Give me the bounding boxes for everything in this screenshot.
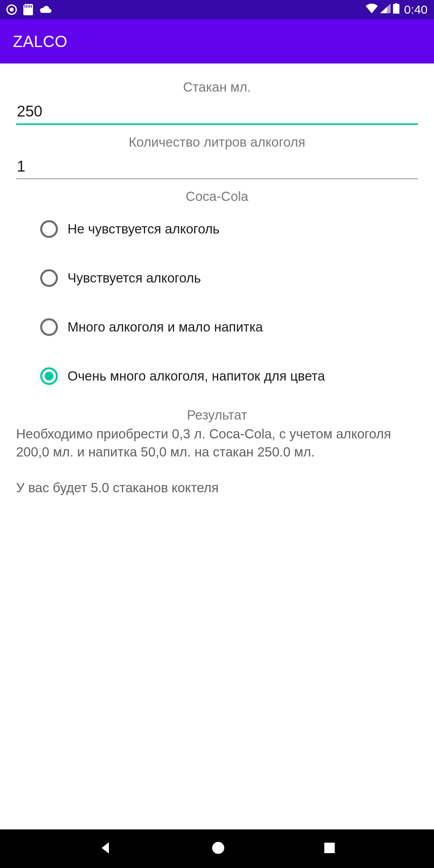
radio-option-0[interactable]: Не чувствуется алкоголь <box>40 220 394 238</box>
radio-option-3[interactable]: Очень много алкоголя, напиток для цвета <box>40 367 394 385</box>
svg-point-0 <box>212 842 224 854</box>
cloud-icon <box>39 5 52 14</box>
sd-card-icon <box>23 4 33 15</box>
liters-input[interactable] <box>16 150 418 179</box>
radio-label: Очень много алкоголя, напиток для цвета <box>68 368 325 384</box>
status-right: 0:40 <box>366 3 428 16</box>
nav-home-button[interactable] <box>211 841 225 856</box>
radio-icon <box>40 367 58 385</box>
app-title: ZALCO <box>13 33 68 51</box>
glass-input[interactable] <box>16 95 418 125</box>
liters-label: Количество литров алкоголя <box>16 135 418 150</box>
radio-option-1[interactable]: Чувствуется алкоголь <box>40 269 394 287</box>
record-icon <box>6 4 17 15</box>
nav-recent-button[interactable] <box>323 842 336 856</box>
app-bar: ZALCO <box>0 19 434 63</box>
status-bar: 0:40 <box>0 0 434 19</box>
result-text: Необходимо приобрести 0,3 л. Coca-Cola, … <box>16 425 418 497</box>
result-label: Результат <box>16 407 418 423</box>
radio-label: Не чувствуется алкоголь <box>68 221 219 237</box>
nav-back-button[interactable] <box>98 841 113 857</box>
radio-icon <box>40 220 58 238</box>
cell-signal-icon <box>380 3 391 16</box>
strength-radio-group: Не чувствуется алкоголь Чувствуется алко… <box>16 204 418 397</box>
battery-icon <box>393 3 399 16</box>
drink-label: Coca-Cola <box>16 189 418 204</box>
status-clock: 0:40 <box>404 3 428 16</box>
wifi-icon <box>366 3 378 16</box>
main-content: Стакан мл. Количество литров алкоголя Co… <box>0 63 434 829</box>
radio-option-2[interactable]: Много алкоголя и мало напитка <box>40 318 394 336</box>
status-left <box>6 4 52 15</box>
glass-label: Стакан мл. <box>16 80 418 95</box>
radio-label: Много алкоголя и мало напитка <box>68 319 263 335</box>
radio-label: Чувствуется алкоголь <box>68 270 201 286</box>
navigation-bar <box>0 829 434 868</box>
radio-icon <box>40 269 58 287</box>
svg-rect-1 <box>324 843 335 853</box>
radio-icon <box>40 318 58 336</box>
